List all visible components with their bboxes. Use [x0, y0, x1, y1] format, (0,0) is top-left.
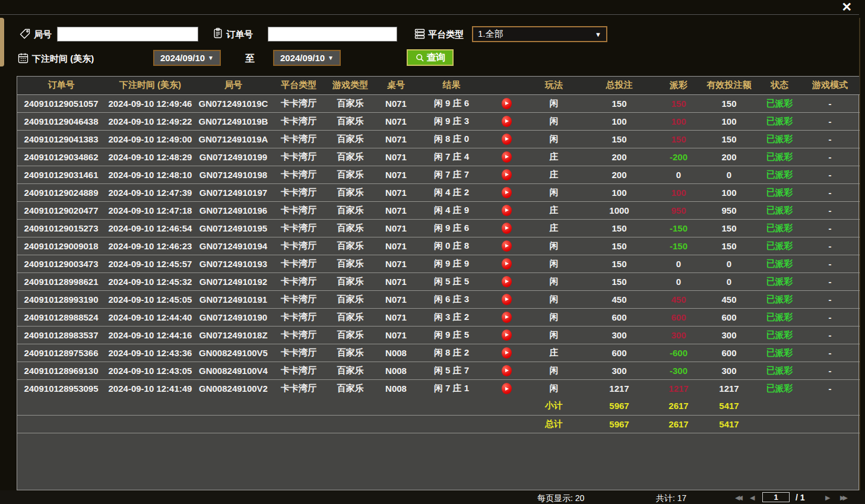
platform-type-value: 1.全部: [478, 28, 590, 40]
col-status: 已派彩: [759, 362, 800, 379]
play-video-icon[interactable]: [502, 294, 512, 305]
play-video-icon[interactable]: [502, 329, 512, 341]
last-page-icon[interactable]: ▶▶: [840, 494, 845, 502]
play-video-icon[interactable]: [502, 347, 512, 359]
query-button[interactable]: 查询: [407, 49, 454, 66]
subtotal-bet: 5967: [581, 397, 658, 415]
first-page-icon[interactable]: ◀◀: [735, 494, 740, 502]
col-payout: 100: [658, 112, 699, 130]
table-row: 2409101290348622024-09-10 12:48:29GN0712…: [17, 148, 860, 166]
col-bet: 300: [581, 326, 658, 344]
total-label: 总计: [527, 415, 581, 433]
page-number-input[interactable]: [762, 492, 790, 502]
col-mode: -: [800, 379, 860, 397]
order-number-input[interactable]: [268, 27, 397, 42]
table-row: 2409101290314612024-09-10 12:48:10GN0712…: [17, 166, 860, 183]
col-play: 庄: [527, 219, 581, 237]
col-mode: -: [800, 255, 860, 272]
play-video-icon[interactable]: [502, 169, 512, 180]
date-from-picker[interactable]: 2024/09/10 ▼: [153, 50, 221, 66]
play-video-icon[interactable]: [502, 116, 512, 127]
play-triangle: [505, 315, 509, 319]
col-game: 百家乐: [326, 237, 375, 255]
subtotal-valid: 5417: [699, 397, 759, 415]
total-valid: 5417: [699, 415, 759, 433]
play-video-icon[interactable]: [502, 240, 512, 252]
col-time: 2024-09-10 12:48:10: [105, 166, 195, 183]
col-result: 闲 7 庄 4: [417, 148, 486, 166]
play-video-icon[interactable]: [502, 205, 512, 216]
query-button-label: 查询: [427, 52, 446, 64]
col-platform: 卡卡湾厅: [271, 308, 326, 326]
col-bet: 100: [581, 183, 658, 201]
col-order: 240910129015273: [17, 219, 105, 237]
col-status: 已派彩: [759, 308, 800, 326]
col-valid: 150: [699, 130, 759, 148]
col-status: 已派彩: [759, 130, 800, 148]
col-platform: 卡卡湾厅: [271, 272, 326, 290]
search-icon: [415, 53, 425, 63]
col-play: 闲: [527, 379, 581, 397]
col-round: GN0712491019A: [195, 130, 271, 148]
col-bet: 150: [581, 272, 658, 290]
play-triangle: [505, 137, 509, 141]
play-video-icon[interactable]: [502, 98, 512, 109]
col-round: GN008249100V4: [195, 362, 271, 379]
col-payout: 300: [658, 326, 699, 344]
play-video-icon[interactable]: [502, 312, 512, 323]
subtotal-spacer-end: [759, 397, 860, 415]
col-table: N008: [375, 362, 417, 379]
col-game: 百家乐: [326, 290, 375, 308]
col-payout: 150: [658, 130, 699, 148]
play-video-icon[interactable]: [502, 365, 512, 376]
play-triangle: [505, 155, 509, 159]
col-payout: -150: [658, 219, 699, 237]
play-video-icon[interactable]: [502, 151, 512, 163]
col-order: 240910129041383: [17, 130, 105, 148]
col-table: N008: [375, 379, 417, 397]
play-video-icon[interactable]: [502, 383, 512, 394]
round-number-input[interactable]: [57, 27, 198, 42]
date-to-picker[interactable]: 2024/09/10 ▼: [273, 50, 341, 66]
col-status: 已派彩: [759, 344, 800, 362]
col-payout: 600: [658, 308, 699, 326]
col-mode: -: [800, 344, 860, 362]
prev-page-icon[interactable]: ◀: [750, 494, 755, 502]
play-video-icon[interactable]: [502, 276, 512, 287]
col-table: N071: [375, 201, 417, 219]
col-status: 已派彩: [759, 219, 800, 237]
col-platform: 卡卡湾厅: [271, 94, 326, 112]
play-video-icon[interactable]: [502, 258, 512, 270]
col-game: 百家乐: [326, 219, 375, 237]
col-valid: 600: [699, 308, 759, 326]
col-game: 百家乐: [326, 112, 375, 130]
col-play: 闲: [527, 272, 581, 290]
col-play: 闲: [527, 112, 581, 130]
platform-type-select[interactable]: 1.全部 ▼: [472, 26, 607, 42]
col-valid: 600: [699, 344, 759, 362]
header-video: [486, 77, 527, 94]
play-video-cell: [486, 201, 527, 219]
play-video-icon[interactable]: [502, 187, 512, 198]
col-order: 240910129020477: [17, 201, 105, 219]
col-valid: 0: [699, 272, 759, 290]
col-table: N071: [375, 290, 417, 308]
total-spacer: [17, 415, 527, 433]
col-order: 240910129003473: [17, 255, 105, 272]
col-status: 已派彩: [759, 112, 800, 130]
next-page-icon[interactable]: ▶: [825, 494, 830, 502]
col-play: 闲: [527, 183, 581, 201]
table-row: 2409101289986212024-09-10 12:45:32GN0712…: [17, 272, 860, 290]
order-number-label: 订单号: [226, 29, 253, 40]
col-order: 240910129031461: [17, 166, 105, 183]
col-game: 百家乐: [326, 308, 375, 326]
play-video-icon[interactable]: [502, 134, 512, 145]
col-time: 2024-09-10 12:45:57: [105, 255, 195, 272]
close-icon[interactable]: ✕: [841, 0, 852, 14]
header-time: 下注时间 (美东): [105, 77, 195, 94]
table-header-row: 订单号 下注时间 (美东) 局号 平台类型 游戏类型 桌号 结果 玩法 总投注 …: [17, 77, 860, 94]
col-valid: 150: [699, 219, 759, 237]
col-round: GN07124910195: [195, 219, 271, 237]
col-time: 2024-09-10 12:47:18: [105, 201, 195, 219]
play-video-icon[interactable]: [502, 223, 512, 234]
